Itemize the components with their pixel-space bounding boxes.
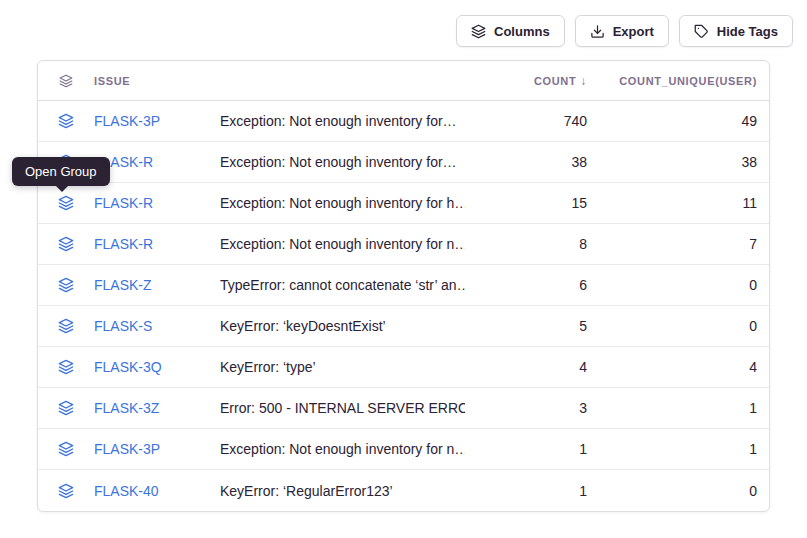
issue-link[interactable]: FLASK-Z: [94, 277, 220, 293]
count-value: 5: [465, 318, 587, 334]
table-row: FLASK-3Q KeyError: ‘type’ 4 4: [38, 347, 769, 388]
count-unique-value: 0: [587, 277, 769, 293]
download-icon: [590, 24, 605, 39]
issue-link[interactable]: FLASK-R: [94, 195, 220, 211]
header-count-unique[interactable]: COUNT_UNIQUE(USER): [587, 75, 769, 87]
count-unique-value: 0: [587, 483, 769, 499]
hide-tags-button[interactable]: Hide Tags: [679, 15, 793, 47]
export-button-label: Export: [613, 24, 654, 39]
count-unique-value: 0: [587, 318, 769, 334]
open-group-tooltip: Open Group: [12, 157, 110, 186]
table-row: FLASK-R Exception: Not enough inventory …: [38, 142, 769, 183]
header-issue[interactable]: ISSUE: [94, 75, 220, 87]
issue-header-icon: [38, 74, 94, 88]
layers-icon: [471, 24, 486, 39]
table-row: FLASK-3P Exception: Not enough inventory…: [38, 429, 769, 470]
count-value: 1: [465, 441, 587, 457]
issue-title: Exception: Not enough inventory for…: [220, 113, 465, 129]
header-count-label: COUNT: [534, 75, 576, 87]
issue-layers-icon[interactable]: [38, 236, 94, 252]
issue-title: Error: 500 - INTERNAL SERVER ERROR: [220, 400, 465, 416]
columns-button-label: Columns: [494, 24, 550, 39]
issue-link[interactable]: FLASK-3Z: [94, 400, 220, 416]
table-row: FLASK-40 KeyError: ‘RegularError123’ 1 0: [38, 470, 769, 511]
table-body: FLASK-3P Exception: Not enough inventory…: [38, 101, 769, 511]
issue-title: Exception: Not enough inventory for n…: [220, 441, 465, 457]
issue-layers-icon[interactable]: [38, 441, 94, 457]
count-unique-value: 38: [587, 154, 769, 170]
count-value: 1: [465, 483, 587, 499]
count-value: 6: [465, 277, 587, 293]
table-row: FLASK-R Exception: Not enough inventory …: [38, 183, 769, 224]
issue-link[interactable]: FLASK-3P: [94, 113, 220, 129]
export-button[interactable]: Export: [575, 15, 669, 47]
issue-link[interactable]: FLASK-S: [94, 318, 220, 334]
issue-title: TypeError: cannot concatenate ‘str’ an…: [220, 277, 465, 293]
count-unique-value: 4: [587, 359, 769, 375]
table-row: FLASK-3P Exception: Not enough inventory…: [38, 101, 769, 142]
issue-layers-icon[interactable]: [38, 277, 94, 293]
columns-button[interactable]: Columns: [456, 15, 565, 47]
issue-link[interactable]: FLASK-R: [94, 154, 220, 170]
issue-link[interactable]: FLASK-3Q: [94, 359, 220, 375]
issue-title: Exception: Not enough inventory for…: [220, 154, 465, 170]
issue-layers-icon[interactable]: [38, 318, 94, 334]
toolbar: Columns Export Hide Tags: [456, 15, 793, 47]
count-value: 15: [465, 195, 587, 211]
count-value: 4: [465, 359, 587, 375]
open-group-tooltip-label: Open Group: [25, 164, 97, 179]
count-unique-value: 49: [587, 113, 769, 129]
issue-layers-icon[interactable]: [38, 400, 94, 416]
sort-desc-icon: ↓: [580, 74, 587, 88]
count-value: 3: [465, 400, 587, 416]
table-row: FLASK-S KeyError: ‘keyDoesntExist’ 5 0: [38, 306, 769, 347]
issue-link[interactable]: FLASK-R: [94, 236, 220, 252]
hide-tags-button-label: Hide Tags: [717, 24, 778, 39]
issues-table: ISSUE COUNT ↓ COUNT_UNIQUE(USER) FLASK-3…: [37, 60, 770, 512]
count-unique-value: 1: [587, 400, 769, 416]
issue-title: KeyError: ‘type’: [220, 359, 465, 375]
count-unique-value: 11: [587, 195, 769, 211]
issue-title: KeyError: ‘RegularError123’: [220, 483, 465, 499]
issue-link[interactable]: FLASK-3P: [94, 441, 220, 457]
issues-table-page: Columns Export Hide Tags: [0, 0, 807, 538]
count-unique-value: 7: [587, 236, 769, 252]
issue-layers-icon[interactable]: [38, 483, 94, 499]
issue-title: Exception: Not enough inventory for n…: [220, 236, 465, 252]
count-value: 8: [465, 236, 587, 252]
issue-layers-icon[interactable]: [38, 359, 94, 375]
issue-layers-icon[interactable]: [38, 113, 94, 129]
count-unique-value: 1: [587, 441, 769, 457]
issue-title: KeyError: ‘keyDoesntExist’: [220, 318, 465, 334]
issue-link[interactable]: FLASK-40: [94, 483, 220, 499]
table-row: FLASK-R Exception: Not enough inventory …: [38, 224, 769, 265]
table-row: FLASK-3Z Error: 500 - INTERNAL SERVER ER…: [38, 388, 769, 429]
table-row: FLASK-Z TypeError: cannot concatenate ‘s…: [38, 265, 769, 306]
table-header-row: ISSUE COUNT ↓ COUNT_UNIQUE(USER): [38, 61, 769, 101]
header-count[interactable]: COUNT ↓: [465, 74, 587, 88]
count-value: 38: [465, 154, 587, 170]
count-value: 740: [465, 113, 587, 129]
tag-icon: [694, 24, 709, 39]
issue-title: Exception: Not enough inventory for h…: [220, 195, 465, 211]
